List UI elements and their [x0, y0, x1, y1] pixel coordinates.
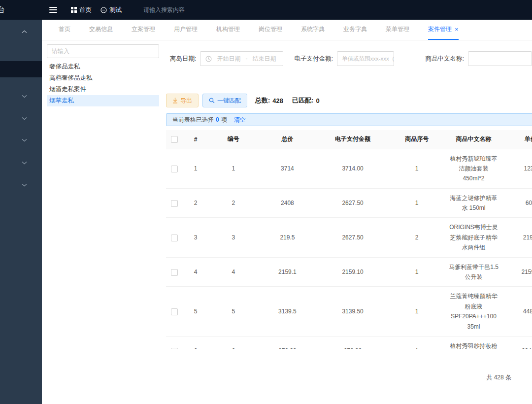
table-header-row: #编号总价电子支付金额商品序号商品中文名称单价: [166, 130, 532, 149]
category-panel: 请输入 奢侈品走私高档奢侈品走私烟酒走私案件烟草走私: [42, 40, 166, 404]
tab-2[interactable]: 立案管理: [132, 20, 155, 40]
row-checkbox[interactable]: [171, 308, 178, 315]
tab-5[interactable]: 岗位管理: [259, 20, 282, 40]
chevron-down-icon[interactable]: [22, 138, 27, 142]
cell-code: 5: [208, 287, 259, 337]
cell-total: 672.33: [259, 336, 316, 349]
chevron-down-icon[interactable]: [22, 161, 27, 165]
clear-selection-link[interactable]: 清空: [234, 116, 246, 124]
cell-code: 2: [208, 188, 259, 218]
category-item-2[interactable]: 烟酒走私案件: [47, 84, 159, 95]
amount-filter-label: 电子支付金额:: [294, 55, 332, 63]
cell-index: 2: [183, 188, 208, 218]
category-item-3[interactable]: 烟草走私: [47, 95, 159, 106]
matched-value: 0: [316, 97, 319, 104]
cell-total: 219.5: [259, 218, 316, 257]
topnav-test[interactable]: 测试: [100, 6, 122, 14]
cell-epay: 2159.10: [316, 257, 389, 287]
tab-close-icon[interactable]: ×: [455, 26, 459, 33]
row-checkbox[interactable]: [171, 166, 178, 172]
circle-minus-icon: [100, 7, 107, 13]
cell-name: 植村秀羽纱持妆粉底液 584 35ml: [444, 336, 502, 349]
table-container: #编号总价电子支付金额商品序号商品中文名称单价 1137143714.001植村…: [166, 130, 532, 349]
tab-label: 系统字典: [301, 25, 325, 34]
hamburger-menu-icon[interactable]: [49, 7, 57, 13]
cell-epay: 2627.50: [316, 218, 389, 257]
tab-1[interactable]: 交易信息: [89, 20, 113, 40]
amount-input[interactable]: 单值或范围xxx-xxx（仅整数: [337, 51, 394, 66]
main-area: 首页交易信息立案管理用户管理机构管理岗位管理系统字典业务字典菜单管理案件管理× …: [42, 20, 532, 404]
chevron-down-icon[interactable]: [22, 117, 27, 120]
cell-name: 兰蔻菁纯臻颜精华粉底液SPF20PA+++100 35ml: [444, 287, 502, 337]
results-table: #编号总价电子支付金额商品序号商品中文名称单价 1137143714.001植村…: [166, 130, 532, 349]
table-body: 1137143714.001植村秀新琥珀臻萃洁颜油套装 450ml*212382…: [166, 149, 532, 349]
table-row: 33219.52627.502ORIGINS韦博士灵芝焕能好底子精华水两件组21…: [166, 218, 532, 257]
chevron-down-icon[interactable]: [22, 95, 27, 98]
cell-name: 马爹利蓝带干邑1.5公升装: [444, 257, 502, 287]
tab-4[interactable]: 机构管理: [216, 20, 240, 40]
table-row: 553139.53139.501兰蔻菁纯臻颜精华粉底液SPF20PA+++100…: [166, 287, 532, 337]
cell-name: ORIGINS韦博士灵芝焕能好底子精华水两件组: [444, 218, 502, 257]
tab-label: 案件管理: [428, 25, 452, 34]
row-checkbox[interactable]: [171, 348, 178, 349]
selection-bar: 当前表格已选择 0 项 清空: [166, 113, 532, 126]
tab-label: 交易信息: [89, 25, 113, 34]
pagination-total: 共 428 条: [166, 373, 532, 382]
cell-serial: 1: [389, 287, 444, 337]
category-item-0[interactable]: 奢侈品走私: [47, 61, 159, 72]
tab-bar: 首页交易信息立案管理用户管理机构管理岗位管理系统字典业务字典菜单管理案件管理×: [42, 20, 532, 40]
tab-3[interactable]: 用户管理: [174, 20, 198, 40]
toolbar: 导出 一键匹配 总数: 428 已匹配: 0: [166, 94, 532, 107]
select-all-checkbox[interactable]: [171, 136, 178, 143]
total-value: 428: [272, 97, 283, 104]
date-range-picker[interactable]: 开始日期 - 结束日期: [200, 51, 283, 66]
total-label: 总数:: [255, 96, 270, 105]
tab-label: 机构管理: [216, 25, 240, 34]
cell-unit: 2159.1: [503, 257, 532, 287]
cell-serial: 1: [389, 188, 444, 218]
clock-icon: [205, 56, 212, 62]
logo-partial: 台: [0, 5, 42, 15]
table-row: 442159.12159.101马爹利蓝带干邑1.5公升装2159.1: [166, 257, 532, 287]
tab-6[interactable]: 系统字典: [301, 20, 325, 40]
topbar-search-input[interactable]: 请输入搜索内容: [143, 6, 185, 14]
cell-epay: 3139.50: [316, 287, 389, 337]
tab-9[interactable]: 案件管理×: [428, 20, 459, 40]
cell-name: 植村秀新琥珀臻萃洁颜油套装 450ml*2: [444, 149, 502, 188]
matched-label: 已匹配:: [292, 96, 313, 105]
selection-suffix: 项: [221, 116, 227, 124]
category-item-1[interactable]: 高档奢侈品走私: [47, 72, 159, 84]
one-click-match-button[interactable]: 一键匹配: [202, 94, 247, 107]
sidebar: [0, 20, 42, 404]
cell-epay: 672.33: [316, 336, 389, 349]
chevron-down-icon[interactable]: [22, 183, 27, 187]
table-stats: 总数: 428 已匹配: 0: [255, 96, 320, 105]
tab-label: 立案管理: [132, 25, 155, 34]
row-checkbox[interactable]: [171, 200, 178, 207]
column-header: 总价: [259, 130, 316, 149]
cell-total: 3139.5: [259, 287, 316, 337]
sidebar-active-item[interactable]: [0, 61, 42, 77]
topnav-home[interactable]: 首页: [71, 6, 92, 14]
cell-serial: 2: [389, 218, 444, 257]
tab-label: 岗位管理: [259, 25, 282, 34]
tab-8[interactable]: 菜单管理: [386, 20, 409, 40]
product-name-input[interactable]: [468, 51, 532, 66]
row-checkbox[interactable]: [171, 269, 178, 276]
cell-unit: 448.5: [503, 287, 532, 337]
export-button[interactable]: 导出: [166, 94, 199, 107]
date-start-placeholder[interactable]: 开始日期: [217, 55, 240, 63]
amount-placeholder: 单值或范围xxx-xxx（仅整数: [342, 55, 394, 63]
tab-0[interactable]: 首页: [59, 20, 70, 40]
tab-7[interactable]: 业务字典: [343, 20, 367, 40]
export-label: 导出: [180, 97, 192, 105]
cell-index: 6: [183, 336, 208, 349]
topbar: 台 首页 测试 请输入搜索内容: [0, 0, 532, 20]
cell-name: 海蓝之谜修护精萃水 150ml: [444, 188, 502, 218]
category-search-input[interactable]: 请输入: [47, 44, 159, 58]
date-end-placeholder[interactable]: 结束日期: [252, 55, 276, 63]
cell-unit: 602: [503, 188, 532, 218]
chevron-up-icon[interactable]: [22, 30, 27, 34]
row-checkbox[interactable]: [171, 235, 178, 241]
cell-unit: 224.11: [503, 336, 532, 349]
